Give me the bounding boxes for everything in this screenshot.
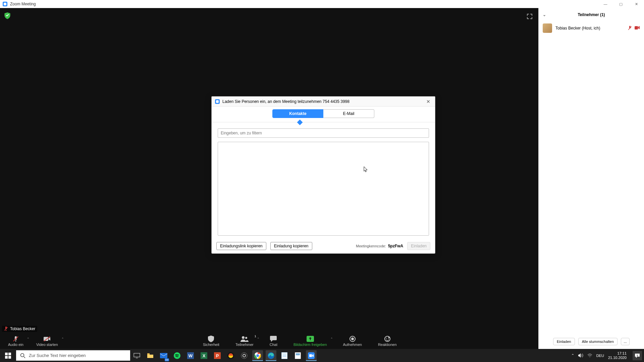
svg-rect-2 xyxy=(15,340,16,342)
shield-icon xyxy=(208,335,214,343)
mute-all-button[interactable]: Alle stummschalten xyxy=(578,338,618,345)
security-button[interactable]: Sicherheit xyxy=(200,335,223,347)
svg-rect-40 xyxy=(281,352,287,359)
self-video-label: Tobias Becker xyxy=(2,326,37,332)
video-menu-caret-icon[interactable]: ⌃ xyxy=(61,337,64,341)
share-menu-caret-icon[interactable]: ⌃ xyxy=(330,337,333,341)
participants-menu-caret-icon[interactable]: ⌃ xyxy=(257,337,260,341)
camera-off-icon xyxy=(43,335,51,343)
mouse-cursor-icon xyxy=(364,166,368,172)
svg-rect-20 xyxy=(8,356,11,359)
powerpoint-icon[interactable]: P xyxy=(212,350,223,361)
notepad-icon[interactable] xyxy=(279,350,290,361)
invite-button[interactable]: Einladen xyxy=(553,338,575,345)
excel-icon[interactable]: X xyxy=(199,350,209,361)
reactions-icon xyxy=(384,335,391,343)
clock[interactable]: 17:11 21.10.2020 xyxy=(608,351,627,360)
wifi-icon[interactable] xyxy=(587,354,592,358)
close-button[interactable]: ✕ xyxy=(629,0,644,8)
svg-point-6 xyxy=(242,336,245,339)
app-icon[interactable] xyxy=(225,350,236,361)
dialog-title-bar: Laden Sie Personen ein, an dem Meeting t… xyxy=(212,97,435,107)
dialog-footer: Einladungslink kopieren Einladung kopier… xyxy=(216,242,430,250)
start-button[interactable] xyxy=(0,349,16,362)
word-icon[interactable]: W xyxy=(185,350,196,361)
fullscreen-icon[interactable] xyxy=(526,13,533,20)
participants-header: ⌄ Teilnehmer (1) xyxy=(539,8,644,21)
video-button[interactable]: ⌃ Video starten xyxy=(33,335,61,347)
volume-icon[interactable] xyxy=(578,353,583,358)
dialog-title: Laden Sie Personen ein, an dem Meeting t… xyxy=(222,99,350,104)
chat-button[interactable]: Chat xyxy=(266,335,281,347)
tab-contacts[interactable]: Kontakte xyxy=(272,109,323,118)
close-icon[interactable]: ✕ xyxy=(425,99,432,104)
copy-invitation-button[interactable]: Einladung kopieren xyxy=(270,242,312,250)
participants-count-badge: 1 xyxy=(255,335,256,338)
app-icon-2[interactable] xyxy=(292,350,303,361)
zoom-taskbar-icon[interactable] xyxy=(306,350,317,361)
svg-rect-19 xyxy=(5,356,8,359)
search-icon xyxy=(20,353,25,358)
filter-input[interactable] xyxy=(218,128,429,138)
clock-time: 17:11 xyxy=(617,351,627,356)
svg-rect-47 xyxy=(309,354,312,357)
maximize-button[interactable]: ▢ xyxy=(613,0,629,8)
zoom-app-icon xyxy=(215,99,220,104)
svg-rect-17 xyxy=(5,353,8,355)
participants-button[interactable]: ⌃ 1 Teilnehmer xyxy=(232,335,257,347)
svg-rect-26 xyxy=(160,353,167,358)
svg-point-21 xyxy=(21,353,24,357)
svg-rect-45 xyxy=(296,353,300,355)
clock-date: 21.10.2020 xyxy=(608,356,627,360)
svg-line-22 xyxy=(24,357,25,358)
mail-icon[interactable]: 69 xyxy=(158,350,169,361)
notifications-icon[interactable]: 1 xyxy=(633,351,642,360)
reactions-button[interactable]: Reaktionen xyxy=(375,335,400,347)
task-view-icon[interactable] xyxy=(131,350,142,361)
tray-overflow-icon[interactable]: ⌃ xyxy=(571,353,574,358)
language-indicator[interactable]: DEU xyxy=(596,354,604,358)
minimize-button[interactable]: — xyxy=(598,0,613,8)
svg-rect-25 xyxy=(147,353,150,355)
invite-tabs: Kontakte E-Mail xyxy=(212,109,435,118)
record-button[interactable]: Aufnehmen xyxy=(340,335,365,347)
tab-email[interactable]: E-Mail xyxy=(323,109,374,118)
audio-menu-caret-icon[interactable]: ⌃ xyxy=(27,337,30,341)
mic-muted-icon xyxy=(628,26,632,31)
svg-text:X: X xyxy=(203,353,206,358)
mic-muted-icon xyxy=(4,326,8,331)
audio-button[interactable]: ⌃ Audio ein xyxy=(5,335,27,347)
file-explorer-icon[interactable] xyxy=(145,350,156,361)
svg-rect-0 xyxy=(6,330,6,331)
svg-rect-23 xyxy=(134,353,140,357)
copy-link-button[interactable]: Einladungslink kopieren xyxy=(216,242,266,250)
title-bar: Zoom Meeting — ▢ ✕ xyxy=(0,0,644,8)
svg-point-10 xyxy=(351,338,354,340)
share-screen-button[interactable]: ⌃ Bildschirm freigeben xyxy=(290,335,330,347)
camera-off-icon xyxy=(635,26,640,31)
self-name: Tobias Becker xyxy=(10,326,35,331)
participants-more-button[interactable]: ... xyxy=(621,338,630,345)
obs-icon[interactable] xyxy=(239,350,250,361)
taskbar-search[interactable]: Zur Suche Text hier eingeben xyxy=(16,350,130,361)
encryption-shield-icon[interactable] xyxy=(4,12,10,19)
invite-dialog: Laden Sie Personen ein, an dem Meeting t… xyxy=(211,96,435,254)
svg-rect-4 xyxy=(44,337,48,341)
collapse-panel-icon[interactable]: ⌄ xyxy=(543,12,546,17)
spotify-icon[interactable] xyxy=(172,350,182,361)
svg-point-35 xyxy=(241,353,247,359)
participant-row[interactable]: Tobias Becker (Host, ich) xyxy=(539,21,644,35)
mic-muted-icon xyxy=(12,335,19,343)
chrome-icon[interactable] xyxy=(252,350,263,361)
participants-title: Teilnehmer (1) xyxy=(578,12,605,17)
zoom-app-icon xyxy=(3,2,7,6)
meeting-controls: ⌃ Audio ein ⌃ Video starten Sicherheit ⌃… xyxy=(0,333,538,349)
avatar xyxy=(543,23,552,33)
system-tray: ⌃ DEU 17:11 21.10.2020 1 xyxy=(571,351,644,360)
invite-submit-button[interactable]: Einladen xyxy=(407,242,430,250)
contacts-list[interactable] xyxy=(218,142,429,236)
participants-footer: Einladen Alle stummschalten ... xyxy=(539,334,644,349)
svg-rect-18 xyxy=(8,353,11,355)
participant-name: Tobias Becker (Host, ich) xyxy=(555,26,600,31)
edge-icon[interactable] xyxy=(266,350,276,361)
